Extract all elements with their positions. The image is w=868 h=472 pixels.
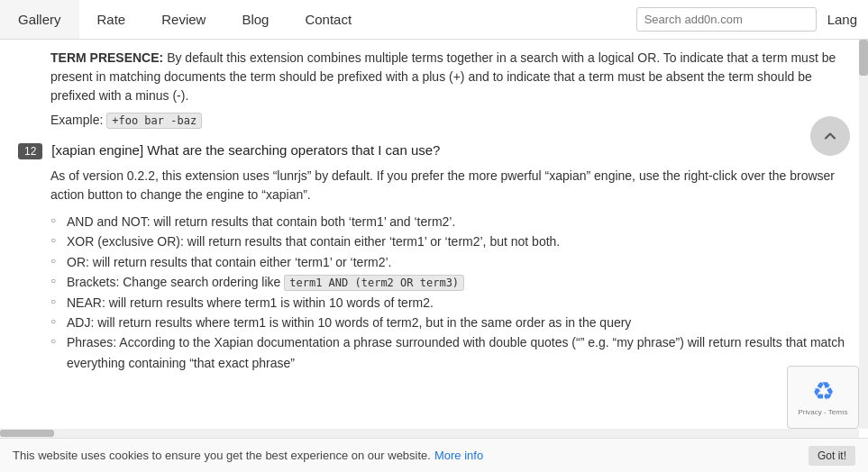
- example-code: +foo bar -baz: [106, 113, 202, 129]
- term-presence-section: TERM PRESENCE: By default this extension…: [18, 49, 850, 130]
- example-label: Example:: [50, 113, 103, 127]
- cookie-text: This website uses cookies to ensure you …: [13, 449, 431, 462]
- brackets-text: Brackets: Change search ordering like: [67, 275, 280, 289]
- nav-contact[interactable]: Contact: [287, 0, 370, 39]
- scroll-to-top-button[interactable]: [810, 116, 850, 156]
- list-item: AND and NOT: will return results that co…: [50, 212, 850, 231]
- faq-item-12: 12 [xapian engine] What are the searchin…: [18, 142, 850, 373]
- faq-number-12: 12: [18, 143, 42, 159]
- faq-intro: As of version 0.2.2, this extension uses…: [50, 167, 850, 204]
- nav-rate[interactable]: Rate: [79, 0, 144, 39]
- nav-review[interactable]: Review: [143, 0, 224, 39]
- faq-list: AND and NOT: will return results that co…: [50, 212, 850, 373]
- list-item: OR: will return results that contain eit…: [50, 252, 850, 272]
- list-item-brackets: Brackets: Change search ordering like te…: [50, 272, 850, 292]
- faq-title-12: [xapian engine] What are the searching o…: [51, 142, 440, 158]
- recaptcha-text: Privacy - Terms: [799, 408, 848, 417]
- navbar: Gallery Rate Review Blog Contact Lang: [0, 0, 868, 40]
- recaptcha-icon: ♻: [812, 377, 835, 406]
- nav-gallery[interactable]: Gallery: [0, 0, 79, 39]
- faq-body-12: As of version 0.2.2, this extension uses…: [18, 167, 850, 373]
- search-input[interactable]: [636, 7, 817, 32]
- list-item: XOR (exclusive OR): will return results …: [50, 231, 850, 251]
- horizontal-scrollbar[interactable]: [0, 429, 859, 438]
- nav-lang[interactable]: Lang: [817, 0, 868, 39]
- list-item-phrases: Phrases: According to the Xapian documen…: [50, 332, 850, 373]
- cookie-bar: This website uses cookies to ensure you …: [0, 438, 868, 472]
- list-item: NEAR: will return results where term1 is…: [50, 293, 850, 313]
- main-content: TERM PRESENCE: By default this extension…: [0, 40, 868, 438]
- brackets-code: term1 AND (term2 OR term3): [284, 275, 464, 291]
- scrollbar-thumb[interactable]: [859, 40, 868, 76]
- term-presence-body: By default this extension combines multi…: [50, 50, 836, 103]
- more-info-link[interactable]: More info: [434, 449, 483, 462]
- h-scrollbar-thumb[interactable]: [0, 430, 54, 437]
- vertical-scrollbar[interactable]: [859, 40, 868, 429]
- term-presence-label: TERM PRESENCE:: [50, 50, 163, 65]
- nav-blog[interactable]: Blog: [224, 0, 287, 39]
- term-presence-text: TERM PRESENCE: By default this extension…: [50, 49, 850, 105]
- got-it-button[interactable]: Got it!: [809, 446, 855, 466]
- faq-item-12-header: 12 [xapian engine] What are the searchin…: [18, 142, 850, 159]
- terms-link[interactable]: Terms: [828, 408, 848, 416]
- term-presence-example: Example: +foo bar -baz: [50, 111, 850, 130]
- recaptcha-widget: ♻ Privacy - Terms: [787, 366, 859, 429]
- list-item: ADJ: will return results where term1 is …: [50, 313, 850, 332]
- privacy-link[interactable]: Privacy: [799, 408, 822, 416]
